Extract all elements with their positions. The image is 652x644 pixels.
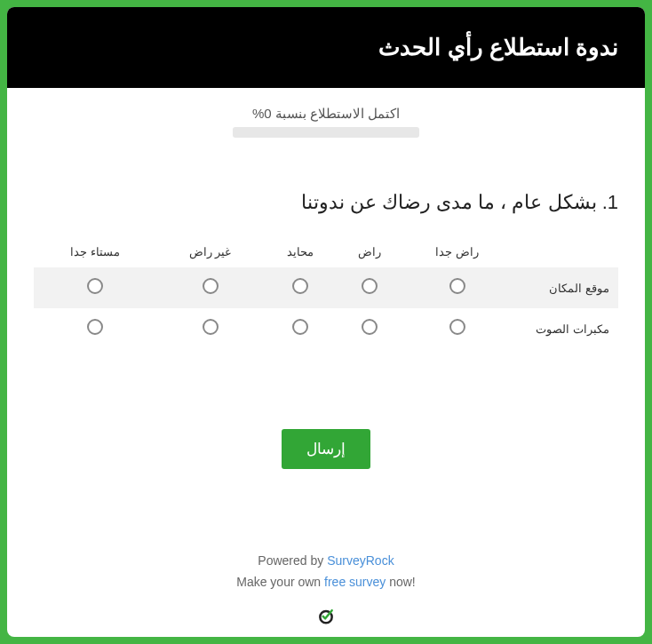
table-row: موقع المكان: [34, 267, 618, 308]
survey-title: ندوة استطلاع رأي الحدث: [378, 34, 618, 60]
row-label: مكبرات الصوت: [512, 308, 618, 349]
col-header: راض جدا: [402, 236, 512, 267]
surveyrock-link[interactable]: SurveyRock: [327, 553, 394, 568]
col-header: غير راض: [156, 236, 264, 267]
matrix-question: راض جدا راض محايد غير راض مستاء جدا موقع…: [34, 236, 618, 349]
make-prefix: Make your own: [236, 575, 324, 589]
progress-section: اكتمل الاستطلاع بنسبة 0%: [7, 88, 645, 147]
radio-option[interactable]: [449, 278, 465, 294]
survey-header: ندوة استطلاع رأي الحدث: [7, 7, 645, 88]
surveyrock-logo-icon: [317, 607, 335, 624]
col-header: راض: [337, 236, 402, 267]
radio-option[interactable]: [203, 319, 219, 335]
row-label: موقع المكان: [512, 267, 618, 308]
survey-content: 1. بشكل عام ، ما مدى رضاك عن ندوتنا راض …: [7, 147, 645, 529]
make-suffix: now!: [386, 575, 415, 589]
logo-section: [7, 607, 645, 637]
powered-by-line: Powered by SurveyRock: [7, 551, 645, 572]
col-header: مستاء جدا: [34, 236, 156, 267]
footer: Powered by SurveyRock Make your own free…: [7, 529, 645, 607]
powered-prefix: Powered by: [258, 553, 327, 568]
progress-text: اكتمل الاستطلاع بنسبة 0%: [7, 106, 645, 122]
submit-section: إرسال: [34, 429, 618, 469]
submit-button[interactable]: إرسال: [282, 429, 370, 469]
col-header: محايد: [264, 236, 337, 267]
radio-option[interactable]: [362, 278, 378, 294]
progress-bar: [233, 127, 419, 138]
radio-option[interactable]: [87, 319, 103, 335]
radio-option[interactable]: [362, 319, 378, 335]
radio-option[interactable]: [449, 319, 465, 335]
matrix-header-row: راض جدا راض محايد غير راض مستاء جدا: [34, 236, 618, 267]
radio-option[interactable]: [292, 319, 308, 335]
free-survey-link[interactable]: free survey: [324, 575, 386, 589]
table-row: مكبرات الصوت: [34, 308, 618, 349]
survey-frame: ندوة استطلاع رأي الحدث اكتمل الاستطلاع ب…: [7, 7, 645, 637]
matrix-corner: [512, 236, 618, 267]
radio-option[interactable]: [203, 278, 219, 294]
radio-option[interactable]: [292, 278, 308, 294]
make-your-own-line: Make your own free survey now!: [7, 572, 645, 593]
question-title: 1. بشكل عام ، ما مدى رضاك عن ندوتنا: [34, 191, 618, 214]
radio-option[interactable]: [87, 278, 103, 294]
